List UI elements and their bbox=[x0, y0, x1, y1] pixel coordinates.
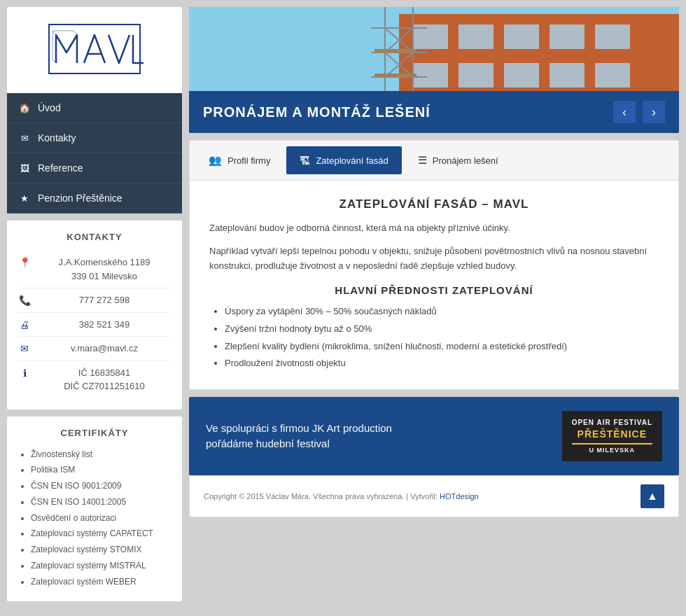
logo-box bbox=[7, 7, 182, 93]
festival-logo: OPEN AIR FESTIVAL PŘEŠTĚNICE U MILEVSKA bbox=[562, 411, 662, 461]
contact-ico: IČ 16835841DIČ CZ7011251610 bbox=[38, 366, 171, 393]
contact-fax: 382 521 349 bbox=[38, 318, 171, 332]
home-icon: 🏠 bbox=[18, 102, 31, 114]
profil-icon: 👥 bbox=[209, 154, 222, 167]
sidebar: 🏠 Úvod ✉ Kontakty 🖼 Reference ★ Penzion … bbox=[7, 7, 182, 601]
location-icon: 📍 bbox=[18, 255, 31, 268]
tab-zateplovani-label: Zateplování fasád bbox=[316, 155, 388, 166]
zateplovani-icon: 🏗 bbox=[300, 155, 310, 167]
info-icon: ℹ bbox=[18, 366, 31, 379]
tab-profil-label: Profil firmy bbox=[227, 155, 270, 166]
festival-line2: pořádáme hudební festival bbox=[206, 436, 392, 452]
tab-zateplovani[interactable]: 🏗 Zateplování fasád bbox=[286, 146, 401, 174]
nav-item-penzion[interactable]: ★ Penzion Přeštěnice bbox=[7, 183, 182, 214]
email-icon: ✉ bbox=[18, 132, 31, 144]
email-contact-icon: ✉ bbox=[18, 342, 31, 354]
tabs-row: 👥 Profil firmy 🏗 Zateplování fasád ☰ Pro… bbox=[189, 140, 679, 181]
page-wrapper: 🏠 Úvod ✉ Kontakty 🖼 Reference ★ Penzion … bbox=[0, 0, 686, 616]
svg-rect-0 bbox=[49, 24, 140, 74]
cert-item: Zateplovací systémy STOMIX bbox=[31, 542, 171, 558]
certs-title: CERTIFIKÁTY bbox=[18, 428, 171, 438]
contact-row-phone: 📞 777 272 598 bbox=[18, 288, 171, 313]
main-content: PRONÁJEM A MONTÁŽ LEŠENÍ ‹ › 👥 Profil fi… bbox=[189, 7, 679, 517]
prev-button[interactable]: ‹ bbox=[613, 101, 636, 123]
benefit-item: Zlepšení kvality bydlení (mikroklima, sn… bbox=[225, 338, 659, 356]
certs-list: Živnostenský list Politika ISM ČSN EN IS… bbox=[18, 447, 171, 590]
contacts-title: KONTAKTY bbox=[18, 232, 171, 242]
cert-item: Zateplovací systémy MISTRAL bbox=[31, 558, 171, 574]
contact-row-address: 📍 J.A.Komenského 1189339 01 Milevsko bbox=[18, 251, 171, 288]
contact-row-ico: ℹ IČ 16835841DIČ CZ7011251610 bbox=[18, 361, 171, 398]
content-intro: Zateplování budov je odborná činnost, kt… bbox=[209, 221, 659, 236]
benefits-list: Úspory za vytápění 30% – 50% současných … bbox=[209, 303, 659, 372]
svg-rect-18 bbox=[550, 63, 584, 88]
cert-item: Zateplovací systémy CAPATECT bbox=[31, 526, 171, 542]
footer-copyright: Copyright © 2015 Václav Mára. Všechna pr… bbox=[204, 492, 479, 500]
festival-logo-openair: OPEN AIR FESTIVAL bbox=[572, 418, 652, 428]
hero-arrows: ‹ › bbox=[613, 101, 665, 123]
benefit-item: Prodloužení životnosti objektu bbox=[225, 355, 659, 372]
benefit-item: Zvýšení tržní hodnoty bytu až o 50% bbox=[225, 321, 659, 338]
svg-rect-34 bbox=[374, 49, 416, 53]
nav-item-kontakty[interactable]: ✉ Kontakty bbox=[7, 123, 182, 153]
phone-icon: 📞 bbox=[18, 293, 31, 306]
svg-rect-16 bbox=[458, 63, 493, 88]
contact-row-email: ✉ v.mara@mavl.cz bbox=[18, 337, 171, 361]
main-nav: 🏠 Úvod ✉ Kontakty 🖼 Reference ★ Penzion … bbox=[7, 93, 182, 214]
cert-item: Zateplovací systém WEBER bbox=[31, 574, 171, 590]
footer-copyright-text: Copyright © 2015 Václav Mára. Všechna pr… bbox=[204, 492, 438, 500]
contact-phone: 777 272 598 bbox=[38, 293, 171, 307]
hero-box: PRONÁJEM A MONTÁŽ LEŠENÍ ‹ › bbox=[189, 7, 679, 133]
pronajem-icon: ☰ bbox=[418, 154, 427, 167]
fax-icon: 🖨 bbox=[18, 318, 31, 330]
star-icon: ★ bbox=[18, 192, 31, 204]
festival-logo-name: PŘEŠTĚNICE bbox=[572, 428, 652, 444]
nav-label-penzion: Penzion Přeštěnice bbox=[38, 192, 122, 204]
nav-label-reference: Reference bbox=[38, 162, 83, 174]
certs-box: CERTIFIKÁTY Živnostenský list Politika I… bbox=[7, 416, 182, 601]
scroll-top-button[interactable]: ▲ bbox=[640, 484, 664, 508]
nav-label-uvod: Úvod bbox=[38, 102, 61, 113]
nav-item-reference[interactable]: 🖼 Reference bbox=[7, 153, 182, 183]
nav-label-kontakty: Kontakty bbox=[38, 132, 76, 144]
benefit-item: Úspory za vytápění 30% – 50% současných … bbox=[225, 303, 659, 321]
svg-rect-11 bbox=[458, 24, 493, 49]
festival-logo-location: U MILEVSKA bbox=[572, 446, 652, 455]
footer-creator-link[interactable]: HOTdesign bbox=[440, 492, 479, 500]
picture-icon: 🖼 bbox=[18, 162, 31, 174]
content-description: Například vytváří lepší tepelnou pohodu … bbox=[209, 244, 659, 274]
layout: 🏠 Úvod ✉ Kontakty 🖼 Reference ★ Penzion … bbox=[7, 7, 679, 601]
festival-banner: Ve spolupráci s firmou JK Art production… bbox=[189, 397, 679, 475]
nav-item-uvod[interactable]: 🏠 Úvod bbox=[7, 93, 182, 123]
svg-rect-17 bbox=[504, 63, 539, 88]
footer-row: Copyright © 2015 Václav Mára. Všechna pr… bbox=[189, 475, 679, 517]
festival-text: Ve spolupráci s firmou JK Art production… bbox=[206, 421, 392, 452]
svg-rect-19 bbox=[595, 63, 630, 88]
svg-line-3 bbox=[74, 31, 77, 35]
content-panel: ZATEPLOVÁNÍ FASÁD – MAVL Zateplování bud… bbox=[189, 181, 679, 390]
cert-item: Živnostenský list bbox=[31, 447, 171, 463]
cert-item: Osvědčení o autorizaci bbox=[31, 510, 171, 526]
hero-title: PRONÁJEM A MONTÁŽ LEŠENÍ bbox=[203, 104, 430, 120]
svg-rect-14 bbox=[595, 24, 630, 49]
cert-item: Politika ISM bbox=[31, 462, 171, 478]
cert-item: ČSN EN ISO 9001:2009 bbox=[31, 478, 171, 494]
svg-rect-35 bbox=[374, 74, 416, 78]
tab-pronajem-label: Pronájem lešení bbox=[433, 155, 498, 166]
next-button[interactable]: › bbox=[643, 101, 665, 123]
svg-rect-13 bbox=[550, 24, 584, 49]
tab-profil-firmy[interactable]: 👥 Profil firmy bbox=[195, 146, 284, 174]
svg-line-2 bbox=[52, 31, 56, 35]
svg-rect-15 bbox=[413, 63, 448, 88]
tab-pronajem[interactable]: ☰ Pronájem lešení bbox=[405, 146, 512, 174]
contacts-box: KONTAKTY 📍 J.A.Komenského 1189339 01 Mil… bbox=[7, 220, 182, 410]
content-heading: ZATEPLOVÁNÍ FASÁD – MAVL bbox=[209, 197, 659, 211]
hero-banner: PRONÁJEM A MONTÁŽ LEŠENÍ ‹ › bbox=[189, 91, 679, 133]
svg-rect-12 bbox=[504, 24, 539, 49]
logo-image bbox=[46, 21, 144, 77]
contact-address: J.A.Komenského 1189339 01 Milevsko bbox=[38, 255, 171, 283]
cert-item: ČSN EN ISO 14001:2005 bbox=[31, 494, 171, 510]
contact-email: v.mara@mavl.cz bbox=[38, 342, 171, 356]
contact-row-fax: 🖨 382 521 349 bbox=[18, 313, 171, 337]
festival-line1: Ve spolupráci s firmou JK Art production bbox=[206, 421, 392, 437]
